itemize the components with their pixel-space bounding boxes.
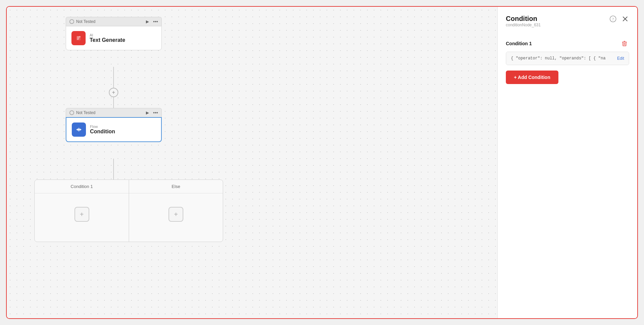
node-icon-condition xyxy=(72,123,86,137)
panel-header: Condition conditionNode_631 ? xyxy=(506,15,629,37)
node-name-1: Text Generate xyxy=(90,37,125,43)
node-dots-button-2[interactable]: ••• xyxy=(153,110,158,115)
help-icon: ? xyxy=(610,16,616,22)
node-status-label-1: Not Tested xyxy=(76,19,142,24)
condition-code-text: { "operator": null, "operands": [ { "na xyxy=(511,56,614,61)
panel-subtitle: conditionNode_631 xyxy=(506,23,541,27)
node-condition-info: Flow Condition xyxy=(90,125,115,135)
panel-header-icons: ? xyxy=(609,15,629,23)
node-status-circle-2 xyxy=(69,110,74,115)
node-type-2: Flow xyxy=(90,125,115,129)
condition-section-header: Condition 1 xyxy=(506,39,629,48)
branch-add-button-else[interactable]: + xyxy=(168,207,183,222)
add-condition-label: + Add Condition xyxy=(514,75,550,80)
node-play-button-1[interactable]: ▶ xyxy=(144,19,150,25)
canvas-area[interactable]: Not Tested ▶ ••• AI xyxy=(7,7,497,318)
panel-title: Condition xyxy=(506,15,541,23)
right-panel: Condition conditionNode_631 ? xyxy=(497,7,637,318)
panel-title-group: Condition conditionNode_631 xyxy=(506,15,541,37)
node-body-condition[interactable]: Flow Condition xyxy=(66,117,162,142)
branch-condition1-column: Condition 1 + xyxy=(35,180,129,242)
connector-3 xyxy=(113,159,114,180)
condition-delete-button[interactable] xyxy=(620,39,629,48)
flow-icon xyxy=(75,126,83,133)
add-condition-button[interactable]: + Add Condition xyxy=(506,71,558,84)
panel-close-button[interactable] xyxy=(621,15,629,23)
node-play-button-2[interactable]: ▶ xyxy=(144,110,150,116)
connector-1 xyxy=(113,67,114,89)
branch-container: Condition 1 + Else + xyxy=(34,180,223,242)
panel-help-button[interactable]: ? xyxy=(609,15,617,23)
node-body-text-generate[interactable]: AI Text Generate xyxy=(66,26,162,50)
add-node-button[interactable]: + xyxy=(109,88,118,97)
node-icon-text-generate xyxy=(71,31,86,45)
node-type-1: AI xyxy=(90,33,125,37)
close-icon xyxy=(622,16,628,22)
connector-2 xyxy=(113,97,114,108)
node-header-text-generate: Not Tested ▶ ••• xyxy=(66,17,162,26)
node-name-2: Condition xyxy=(90,129,115,135)
node-condition: Not Tested ▶ ••• Flow Condi xyxy=(66,108,162,142)
condition-section-title: Condition 1 xyxy=(506,41,532,46)
node-header-actions-2: ▶ ••• xyxy=(144,110,158,116)
node-header-actions-1: ▶ ••• xyxy=(144,19,158,25)
node-header-condition: Not Tested ▶ ••• xyxy=(66,108,162,117)
condition-1-section: Condition 1 { "operator": null, "operand… xyxy=(506,39,629,65)
svg-point-4 xyxy=(78,129,80,131)
branch-label-condition1: Condition 1 xyxy=(35,180,129,193)
node-status-label-2: Not Tested xyxy=(76,110,142,115)
node-text-generate: Not Tested ▶ ••• AI xyxy=(66,17,162,50)
condition-code-box: { "operator": null, "operands": [ { "na … xyxy=(506,52,629,65)
delete-icon xyxy=(621,40,627,47)
node-dots-button-1[interactable]: ••• xyxy=(153,19,158,24)
main-container: Not Tested ▶ ••• AI xyxy=(6,6,638,319)
ai-icon xyxy=(75,34,82,42)
node-text-info: AI Text Generate xyxy=(90,33,125,43)
branch-add-button-condition1[interactable]: + xyxy=(74,207,89,222)
branch-label-else: Else xyxy=(129,180,223,193)
branch-else-column: Else + xyxy=(129,180,223,242)
condition-edit-button[interactable]: Edit xyxy=(617,56,624,61)
svg-text:?: ? xyxy=(612,17,614,22)
node-status-circle-1 xyxy=(69,19,74,24)
